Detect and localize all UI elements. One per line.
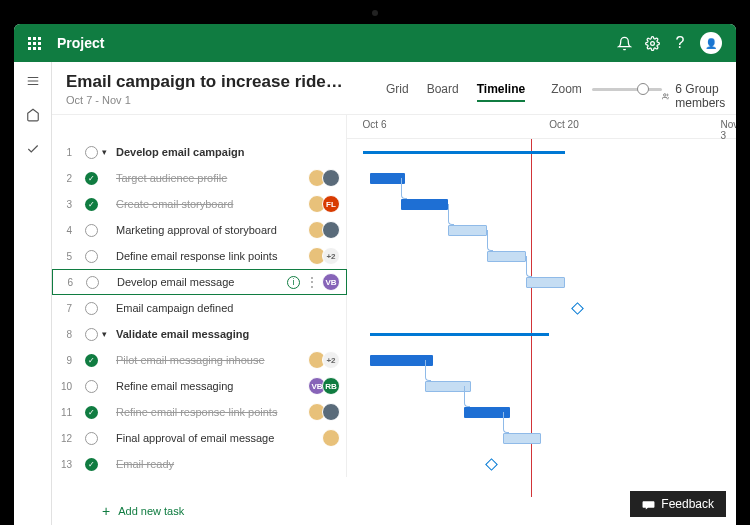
task-row: 6Develop email messagei⋮VB [52, 269, 736, 295]
complete-toggle[interactable] [85, 224, 98, 237]
left-rail [14, 62, 52, 525]
summary-bar[interactable] [363, 151, 565, 154]
task-cell[interactable]: 9Pilot email messaging inhouse+2 [52, 347, 347, 373]
task-name[interactable]: Validate email messaging [116, 328, 340, 340]
complete-toggle[interactable] [85, 172, 98, 185]
gantt-cell [347, 425, 736, 451]
dependency-link [487, 230, 493, 251]
task-row: 3Create email storyboardFL [52, 191, 736, 217]
complete-toggle[interactable] [85, 302, 98, 315]
complete-toggle[interactable] [85, 432, 98, 445]
task-bar[interactable] [487, 251, 526, 262]
notifications-icon[interactable] [610, 29, 638, 57]
row-number: 3 [52, 199, 80, 210]
task-bar[interactable] [448, 225, 487, 236]
milestone-marker[interactable] [571, 302, 584, 315]
info-icon[interactable]: i [287, 276, 300, 289]
task-cell[interactable]: 6Develop email messagei⋮VB [52, 269, 347, 295]
dependency-link [526, 256, 532, 277]
assignee-avatar[interactable]: +2 [322, 247, 340, 265]
help-icon[interactable]: ? [666, 29, 694, 57]
task-name[interactable]: Create email storyboard [116, 198, 312, 210]
task-row: 11Refine email response link points [52, 399, 736, 425]
zoom-label: Zoom [551, 82, 582, 96]
complete-toggle[interactable] [86, 276, 99, 289]
assignee-avatar[interactable]: FL [322, 195, 340, 213]
expand-caret[interactable]: ▾ [102, 329, 116, 339]
expand-caret[interactable]: ▾ [102, 147, 116, 157]
feedback-button[interactable]: Feedback [630, 491, 726, 517]
task-cell[interactable]: 5Define email response link points+2 [52, 243, 347, 269]
view-tab-timeline[interactable]: Timeline [477, 82, 525, 102]
menu-icon[interactable] [17, 68, 49, 94]
task-cell[interactable]: 4Marketing approval of storyboard [52, 217, 347, 243]
check-icon[interactable] [17, 136, 49, 162]
task-name[interactable]: Pilot email messaging inhouse [116, 354, 312, 366]
task-name[interactable]: Refine email response link points [116, 406, 312, 418]
complete-toggle[interactable] [85, 328, 98, 341]
user-avatar[interactable]: 👤 [700, 32, 722, 54]
settings-icon[interactable] [638, 29, 666, 57]
complete-toggle[interactable] [85, 250, 98, 263]
task-name[interactable]: Email campaign defined [116, 302, 340, 314]
assignee-avatar[interactable] [322, 403, 340, 421]
view-tab-grid[interactable]: Grid [386, 82, 409, 102]
task-name[interactable]: Marketing approval of storyboard [116, 224, 312, 236]
complete-toggle[interactable] [85, 146, 98, 159]
task-cell[interactable]: 12Final approval of email message [52, 425, 347, 451]
more-icon[interactable]: ⋮ [306, 275, 318, 289]
milestone-marker[interactable] [485, 458, 498, 471]
task-bar[interactable] [370, 173, 405, 184]
task-cell[interactable]: 13Email ready [52, 451, 347, 477]
task-bar[interactable] [503, 433, 542, 444]
project-title[interactable]: Email campaign to increase rider's aware… [66, 72, 346, 92]
gantt-cell [347, 295, 736, 321]
task-cell[interactable]: 10Refine email messagingVBRB [52, 373, 347, 399]
task-row: 7Email campaign defined [52, 295, 736, 321]
task-cell[interactable]: 7Email campaign defined [52, 295, 347, 321]
app-launcher-icon[interactable] [28, 37, 41, 50]
task-cell[interactable]: 8▾Validate email messaging [52, 321, 347, 347]
task-name[interactable]: Final approval of email message [116, 432, 326, 444]
gantt-cell [347, 347, 736, 373]
home-icon[interactable] [17, 102, 49, 128]
task-name[interactable]: Refine email messaging [116, 380, 312, 392]
group-members-button[interactable]: 6 Group members [662, 82, 731, 110]
task-name[interactable]: Develop email message [117, 276, 287, 288]
task-row: 5Define email response link points+2 [52, 243, 736, 269]
task-row: 2Target audience profile [52, 165, 736, 191]
dependency-link [401, 178, 407, 199]
row-number: 13 [52, 459, 80, 470]
task-name[interactable]: Develop email campaign [116, 146, 340, 158]
svg-point-0 [650, 41, 654, 45]
assignee-avatar[interactable] [322, 169, 340, 187]
assignee-avatar[interactable] [322, 429, 340, 447]
complete-toggle[interactable] [85, 406, 98, 419]
row-number: 9 [52, 355, 80, 366]
task-name[interactable]: Email ready [116, 458, 340, 470]
timeline-tick: Nov 3 [720, 119, 736, 141]
row-number: 7 [52, 303, 80, 314]
complete-toggle[interactable] [85, 380, 98, 393]
complete-toggle[interactable] [85, 458, 98, 471]
assignee-avatar[interactable]: +2 [322, 351, 340, 369]
view-tab-board[interactable]: Board [427, 82, 459, 102]
task-cell[interactable]: 1▾Develop email campaign [52, 139, 347, 165]
task-cell[interactable]: 11Refine email response link points [52, 399, 347, 425]
row-number: 5 [52, 251, 80, 262]
zoom-slider[interactable] [592, 88, 662, 91]
summary-bar[interactable] [370, 333, 549, 336]
gantt-cell [347, 321, 736, 347]
assignee-avatar[interactable]: VB [322, 273, 340, 291]
task-bar[interactable] [401, 199, 448, 210]
assignee-avatar[interactable] [322, 221, 340, 239]
task-name[interactable]: Target audience profile [116, 172, 312, 184]
assignee-avatar[interactable]: RB [322, 377, 340, 395]
task-bar[interactable] [526, 277, 565, 288]
task-name[interactable]: Define email response link points [116, 250, 312, 262]
task-cell[interactable]: 3Create email storyboardFL [52, 191, 347, 217]
task-cell[interactable]: 2Target audience profile [52, 165, 347, 191]
complete-toggle[interactable] [85, 198, 98, 211]
task-bar[interactable] [370, 355, 432, 366]
complete-toggle[interactable] [85, 354, 98, 367]
